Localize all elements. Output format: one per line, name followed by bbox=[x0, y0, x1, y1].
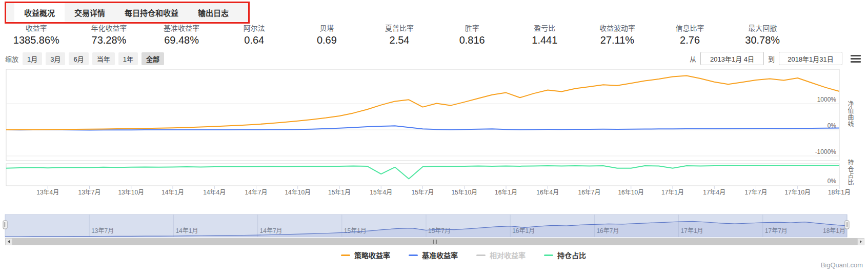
x-tick-label: 15年1月 bbox=[328, 189, 351, 195]
metric-return-volatility: 收益波动率27.11% bbox=[581, 23, 654, 47]
range-1m[interactable]: 1月 bbox=[23, 52, 42, 65]
x-tick-label: 16年4月 bbox=[536, 189, 559, 195]
date-to-input[interactable] bbox=[779, 52, 842, 65]
tab-daily-position-profit[interactable]: 每日持仓和收益 bbox=[115, 3, 188, 22]
x-tick-label: 17年1月 bbox=[661, 189, 684, 195]
date-from-input[interactable] bbox=[700, 52, 764, 65]
x-tick-label: 17年4月 bbox=[703, 189, 725, 195]
x-tick-label: 17年10月 bbox=[784, 189, 811, 195]
metric-benchmark-return: 基准收益率69.48% bbox=[145, 23, 218, 47]
performance-chart[interactable]: 1000%0%-1000%0%13年4月13年7月13年10月14年1月14年4… bbox=[0, 67, 868, 195]
metric-label: 阿尔法 bbox=[218, 23, 291, 33]
zoom-range-group: 缩放 1月3月6月当年1年全部 bbox=[5, 52, 164, 65]
chart-navigator[interactable]: 13年7月14年1月14年7月15年1月15年7月16年1月16年7月17年1月… bbox=[0, 212, 868, 239]
range-6m[interactable]: 6月 bbox=[69, 52, 88, 65]
net-value-axis-title: 净值曲线 bbox=[846, 101, 855, 127]
chart-toolbar: 缩放 1月3月6月当年1年全部 从 到 bbox=[5, 52, 861, 65]
metric-value: 27.11% bbox=[581, 33, 654, 47]
chart-legend: 策略收益率基准收益率相对收益率持仓占比 bbox=[0, 250, 868, 260]
metric-label: 年化收益率 bbox=[73, 23, 146, 33]
x-tick-label: 15年10月 bbox=[451, 189, 477, 195]
main-panel-border bbox=[6, 69, 839, 161]
brand-watermark: BigQuant.com bbox=[821, 261, 863, 269]
metric-label: 信息比率 bbox=[654, 23, 726, 33]
scrollbar-grip[interactable] bbox=[433, 240, 437, 244]
navigator-right-handle[interactable] bbox=[845, 221, 849, 229]
tab-trade-details[interactable]: 交易详情 bbox=[65, 3, 115, 22]
x-tick-label: 13年7月 bbox=[78, 189, 100, 195]
range-buttons: 1月3月6月当年1年全部 bbox=[23, 52, 164, 65]
metric-profit-loss-ratio: 盈亏比1.441 bbox=[508, 23, 581, 47]
legend-label: 相对收益率 bbox=[490, 250, 526, 260]
x-tick-label: 15年4月 bbox=[370, 189, 392, 195]
scrollbar-right-button[interactable] bbox=[857, 238, 864, 245]
metric-max-drawdown: 最大回撤30.78% bbox=[726, 23, 799, 47]
metric-win-rate: 胜率0.816 bbox=[436, 23, 509, 47]
metrics-row: 收益率1385.86%年化收益率73.28%基准收益率69.48%阿尔法0.64… bbox=[0, 23, 799, 47]
navigator-tick-label: 13年7月 bbox=[91, 227, 114, 234]
legend-benchmark-return[interactable]: 基准收益率 bbox=[409, 250, 458, 260]
metric-value: 0.816 bbox=[436, 33, 509, 47]
strategy-return-line bbox=[6, 75, 839, 130]
range-all[interactable]: 全部 bbox=[142, 52, 164, 65]
right-arrow-icon bbox=[860, 240, 862, 243]
metric-label: 最大回撤 bbox=[726, 23, 799, 33]
x-tick-label: 16年10月 bbox=[618, 189, 644, 195]
metric-value: 73.28% bbox=[73, 33, 146, 47]
metric-value: 2.76 bbox=[654, 33, 726, 47]
metric-label: 基准收益率 bbox=[145, 23, 218, 33]
legend-marker-icon bbox=[341, 255, 350, 256]
metric-beta: 贝塔0.69 bbox=[291, 23, 364, 47]
x-tick-label: 14年7月 bbox=[245, 189, 267, 195]
x-tick-label: 14年4月 bbox=[203, 189, 226, 195]
range-ytd[interactable]: 当年 bbox=[92, 52, 115, 65]
metric-label: 收益率 bbox=[0, 23, 73, 33]
legend-position-ratio[interactable]: 持仓占比 bbox=[544, 250, 586, 260]
legend-label: 基准收益率 bbox=[422, 250, 458, 260]
x-tick-label: 16年1月 bbox=[495, 189, 517, 195]
x-tick-label: 13年10月 bbox=[118, 189, 144, 195]
benchmark-return-line bbox=[6, 126, 839, 130]
metric-value: 1.441 bbox=[508, 33, 581, 47]
legend-relative-return[interactable]: 相对收益率 bbox=[476, 250, 526, 260]
from-label: 从 bbox=[690, 54, 696, 64]
legend-strategy-return[interactable]: 策略收益率 bbox=[341, 250, 390, 260]
metric-value: 1385.86% bbox=[0, 33, 73, 47]
position-ratio-line bbox=[6, 166, 839, 179]
tab-bar: 收益概况交易详情每日持仓和收益输出日志 bbox=[6, 3, 248, 22]
scrollbar[interactable] bbox=[5, 238, 864, 245]
metric-sharpe-ratio: 夏普比率2.54 bbox=[363, 23, 436, 47]
tab-profit-overview[interactable]: 收益概况 bbox=[14, 3, 65, 22]
range-1y[interactable]: 1年 bbox=[118, 52, 138, 65]
y-tick-label: 1000% bbox=[817, 96, 837, 103]
x-tick-label: 18年1月 bbox=[828, 189, 851, 195]
scrollbar-left-button[interactable] bbox=[5, 238, 12, 245]
metric-value: 0.64 bbox=[218, 33, 291, 47]
navigator-left-handle[interactable] bbox=[3, 221, 7, 229]
metric-label: 盈亏比 bbox=[508, 23, 581, 33]
x-tick-label: 14年10月 bbox=[285, 189, 311, 195]
legend-marker-icon bbox=[476, 255, 486, 256]
legend-label: 策略收益率 bbox=[354, 250, 390, 260]
x-tick-label: 15年7月 bbox=[411, 189, 434, 195]
metric-value: 69.48% bbox=[145, 33, 218, 47]
metric-label: 胜率 bbox=[436, 23, 509, 33]
legend-marker-icon bbox=[409, 255, 418, 256]
zoom-label: 缩放 bbox=[5, 54, 18, 64]
metric-value: 30.78% bbox=[726, 33, 799, 47]
range-3m[interactable]: 3月 bbox=[46, 52, 65, 65]
position-axis-title: 持仓占比 bbox=[846, 159, 855, 186]
metric-annualized-return: 年化收益率73.28% bbox=[73, 23, 146, 47]
x-tick-label: 13年4月 bbox=[36, 189, 59, 195]
hamburger-menu-icon[interactable] bbox=[851, 55, 861, 63]
to-label: 到 bbox=[768, 54, 775, 64]
metric-label: 贝塔 bbox=[291, 23, 364, 33]
x-tick-label: 17年7月 bbox=[744, 189, 767, 195]
scrollbar-track[interactable] bbox=[12, 238, 857, 245]
legend-label: 持仓占比 bbox=[557, 250, 586, 260]
navigator-tick-label: 14年7月 bbox=[260, 227, 282, 234]
metric-label: 夏普比率 bbox=[363, 23, 436, 33]
x-tick-label: 16年7月 bbox=[578, 189, 600, 195]
tab-output-log[interactable]: 输出日志 bbox=[188, 3, 238, 22]
metric-value: 2.54 bbox=[363, 33, 436, 47]
